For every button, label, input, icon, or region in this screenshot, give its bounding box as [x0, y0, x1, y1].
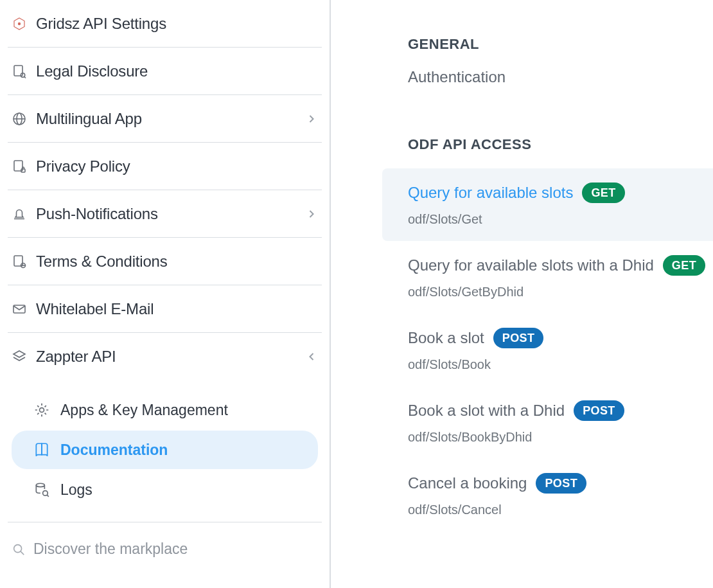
sidebar-item-zappter-api[interactable]: Zappter API — [8, 333, 322, 380]
sidebar-item-label: Multilingual App — [36, 110, 305, 128]
sub-item-apps-key-management[interactable]: Apps & Key Management — [12, 391, 318, 429]
endpoint-path: odf/Slots/Book — [408, 357, 713, 372]
sidebar-item-whitelabel-email[interactable]: Whitelabel E-Mail — [8, 285, 322, 333]
endpoint-query-available-slots[interactable]: Query for available slots GET odf/Slots/… — [382, 168, 713, 241]
method-badge-get: GET — [582, 183, 624, 203]
svg-line-4 — [24, 76, 26, 78]
stack-icon — [12, 349, 27, 364]
endpoint-path: odf/Slots/Get — [408, 212, 713, 227]
zappter-api-sublist: Apps & Key Management Documentation — [8, 380, 322, 522]
endpoint-title-row: Query for available slots GET — [408, 183, 713, 203]
chevron-right-icon — [305, 208, 318, 220]
section-heading-general: GENERAL — [331, 36, 713, 68]
sidebar-item-label: Terms & Conditions — [36, 253, 318, 271]
svg-line-21 — [21, 551, 24, 555]
chevron-down-icon — [305, 350, 318, 363]
endpoint-path: odf/Slots/GetByDhid — [408, 285, 713, 299]
sidebar-item-legal-disclosure[interactable]: Legal Disclosure — [8, 48, 322, 95]
discover-marketplace-link[interactable]: Discover the markplace — [8, 522, 322, 558]
sidebar-item-privacy-policy[interactable]: Privacy Policy — [8, 143, 322, 190]
endpoint-book-a-slot-dhid[interactable]: Book a slot with a Dhid POST odf/Slots/B… — [331, 386, 713, 459]
svg-point-17 — [36, 483, 44, 486]
bell-icon — [12, 206, 27, 222]
doc-search-icon — [12, 64, 27, 79]
method-badge-post: POST — [493, 328, 544, 348]
endpoint-title: Query for available slots with a Dhid — [408, 256, 654, 274]
svg-point-16 — [40, 408, 44, 413]
sidebar: Gridsz API Settings Legal Disclosure — [0, 0, 331, 588]
sub-item-label: Documentation — [60, 441, 168, 459]
endpoint-title-row: Book a slot POST — [408, 328, 713, 348]
svg-point-20 — [14, 544, 22, 552]
sub-item-documentation[interactable]: Documentation — [12, 431, 318, 469]
sidebar-item-multilingual-app[interactable]: Multilingual App — [8, 95, 322, 143]
doc-lock-icon — [12, 159, 27, 174]
app-root: Gridsz API Settings Legal Disclosure — [0, 0, 713, 588]
sidebar-item-terms-conditions[interactable]: Terms & Conditions — [8, 238, 322, 285]
svg-point-18 — [43, 491, 48, 496]
endpoint-title-row: Cancel a booking POST — [408, 473, 713, 494]
sidebar-item-label: Whitelabel E-Mail — [36, 300, 318, 318]
svg-rect-14 — [13, 305, 25, 313]
sidebar-item-label: Push-Notifications — [36, 205, 305, 223]
book-icon — [33, 441, 50, 458]
method-badge-get: GET — [663, 255, 705, 276]
envelope-icon — [12, 301, 27, 317]
sidebar-item-label: Zappter API — [36, 348, 305, 366]
discover-label: Discover the markplace — [33, 540, 188, 558]
nav-list: Gridsz API Settings Legal Disclosure — [8, 0, 322, 380]
method-badge-post: POST — [536, 473, 586, 494]
sub-item-label: Apps & Key Management — [60, 402, 228, 419]
endpoint-path: odf/Slots/Cancel — [408, 503, 713, 517]
endpoint-title: Book a slot with a Dhid — [408, 402, 565, 420]
gear-icon — [33, 402, 50, 418]
sidebar-item-gridsz-api-settings[interactable]: Gridsz API Settings — [8, 0, 322, 48]
documentation-panel: GENERAL Authentication ODF API ACCESS Qu… — [331, 0, 713, 588]
method-badge-post: POST — [574, 400, 624, 421]
endpoint-cancel-a-booking[interactable]: Cancel a booking POST odf/Slots/Cancel — [331, 459, 713, 531]
endpoint-title: Query for available slots — [408, 184, 573, 202]
sub-item-logs[interactable]: Logs — [12, 470, 318, 509]
svg-marker-15 — [13, 351, 25, 357]
endpoint-title: Cancel a booking — [408, 474, 527, 492]
svg-line-19 — [47, 495, 49, 497]
endpoint-path: odf/Slots/BookByDhid — [408, 430, 713, 445]
hex-dot-icon — [12, 16, 27, 31]
sidebar-item-label: Gridsz API Settings — [36, 15, 318, 33]
db-search-icon — [33, 481, 50, 498]
sidebar-item-label: Legal Disclosure — [36, 62, 318, 80]
sidebar-item-label: Privacy Policy — [36, 157, 318, 175]
globe-icon — [12, 111, 27, 127]
sub-item-label: Logs — [60, 481, 92, 499]
sidebar-item-push-notifications[interactable]: Push-Notifications — [8, 190, 322, 238]
doc-link-authentication[interactable]: Authentication — [331, 68, 713, 86]
endpoint-title-row: Query for available slots with a Dhid GE… — [408, 255, 713, 276]
svg-point-1 — [18, 22, 21, 24]
endpoint-title: Book a slot — [408, 329, 484, 347]
doc-globe-icon — [12, 254, 27, 269]
section-heading-odf-api-access: ODF API ACCESS — [331, 136, 713, 168]
search-icon — [12, 542, 26, 557]
chevron-right-icon — [305, 112, 318, 125]
endpoint-query-available-slots-dhid[interactable]: Query for available slots with a Dhid GE… — [331, 241, 713, 314]
endpoint-title-row: Book a slot with a Dhid POST — [408, 400, 713, 421]
endpoint-book-a-slot[interactable]: Book a slot POST odf/Slots/Book — [331, 314, 713, 386]
